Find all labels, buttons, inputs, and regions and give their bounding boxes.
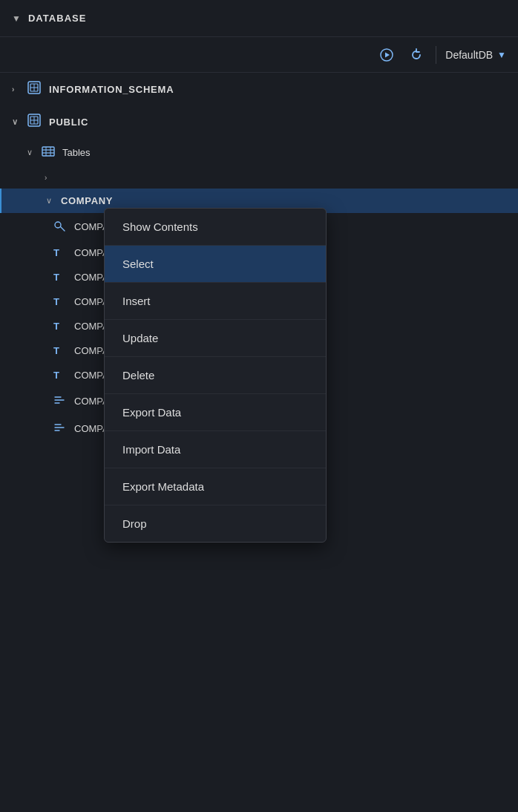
information-schema-label: INFORMATION_SCHEMA bbox=[49, 84, 174, 95]
header-chevron-icon[interactable]: ▼ bbox=[12, 13, 21, 24]
context-menu: Show Contents Select Insert Update Delet… bbox=[104, 208, 327, 543]
context-menu-label-drop: Drop bbox=[122, 517, 147, 530]
text-icon-company-address: T bbox=[53, 345, 65, 356]
tables-icon bbox=[42, 145, 55, 160]
tree-chevron-company: ∨ bbox=[46, 196, 55, 206]
context-menu-item-export-metadata[interactable]: Export Metadata bbox=[105, 468, 326, 505]
tree-chevron-collapsed: › bbox=[45, 174, 53, 182]
context-menu-label-select: Select bbox=[122, 258, 154, 270]
public-label: PUBLIC bbox=[49, 117, 88, 128]
context-menu-label-export-metadata: Export Metadata bbox=[122, 480, 204, 493]
sort-icon-company-country bbox=[53, 422, 65, 436]
toolbar-divider bbox=[436, 46, 436, 64]
schema-icon-public bbox=[27, 113, 42, 131]
db-selector-button[interactable]: DefaultDB ▼ bbox=[445, 49, 506, 61]
refresh-icon bbox=[410, 48, 423, 62]
tree-item-tables[interactable]: ∨ Tables bbox=[0, 138, 518, 167]
context-menu-item-drop[interactable]: Drop bbox=[105, 505, 326, 542]
sort-icon-company-city bbox=[53, 394, 65, 408]
tree-item-information-schema[interactable]: › INFORMATION_SCHEMA bbox=[0, 73, 518, 105]
svg-rect-10 bbox=[42, 147, 54, 156]
db-selector-chevron-icon: ▼ bbox=[497, 50, 506, 60]
play-button[interactable] bbox=[376, 45, 397, 65]
header-title: DATABASE bbox=[28, 13, 87, 24]
play-icon bbox=[380, 48, 393, 62]
text-icon-company-manager: T bbox=[53, 272, 65, 283]
context-menu-item-import-data[interactable]: Import Data bbox=[105, 431, 326, 468]
context-menu-item-delete[interactable]: Delete bbox=[105, 357, 326, 394]
tables-label: Tables bbox=[62, 147, 91, 158]
tree-chevron-public: ∨ bbox=[12, 117, 21, 127]
toolbar: DefaultDB ▼ bbox=[0, 37, 518, 73]
text-icon-company-email: T bbox=[53, 296, 65, 307]
context-menu-item-show-contents[interactable]: Show Contents bbox=[105, 209, 326, 246]
tree-chevron-tables: ∨ bbox=[27, 148, 36, 157]
context-menu-label-insert: Insert bbox=[122, 295, 151, 307]
context-menu-label-show-contents: Show Contents bbox=[122, 220, 198, 233]
context-menu-item-export-data[interactable]: Export Data bbox=[105, 394, 326, 431]
text-icon-company-postcode: T bbox=[53, 370, 65, 381]
svg-line-16 bbox=[61, 227, 65, 232]
tree-item-collapsed[interactable]: › bbox=[0, 167, 518, 189]
context-menu-label-export-data: Export Data bbox=[122, 406, 181, 419]
context-menu-item-insert[interactable]: Insert bbox=[105, 283, 326, 320]
context-menu-label-delete: Delete bbox=[122, 369, 154, 382]
context-menu-label-import-data: Import Data bbox=[122, 443, 180, 456]
context-menu-item-update[interactable]: Update bbox=[105, 320, 326, 357]
refresh-button[interactable] bbox=[406, 45, 427, 65]
company-label: COMPANY bbox=[61, 195, 113, 206]
text-icon-company-name: T bbox=[53, 247, 65, 258]
schema-icon-information bbox=[27, 80, 42, 98]
svg-marker-1 bbox=[385, 52, 390, 57]
tree-item-public[interactable]: ∨ PUBLIC bbox=[0, 105, 518, 138]
tree-chevron-information-schema: › bbox=[12, 85, 21, 94]
text-icon-company-phone: T bbox=[53, 321, 65, 332]
header-bar: ▼ DATABASE bbox=[0, 0, 518, 37]
context-menu-label-update: Update bbox=[122, 332, 158, 344]
db-name-label: DefaultDB bbox=[445, 49, 493, 61]
svg-point-15 bbox=[55, 222, 61, 228]
context-menu-item-select[interactable]: Select bbox=[105, 246, 326, 283]
key-icon-company-id bbox=[53, 220, 65, 234]
